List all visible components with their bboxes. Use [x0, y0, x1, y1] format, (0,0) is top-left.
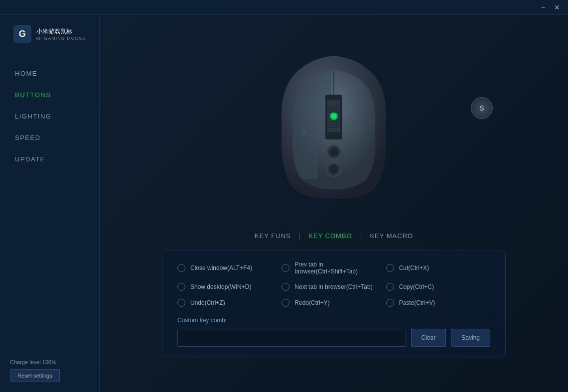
option-close-window[interactable]: Close window(ALT+F4) [177, 261, 282, 275]
title-bar: − ✕ [0, 0, 568, 15]
option-close-window-label: Close window(ALT+F4) [190, 264, 252, 271]
tab-key-macro[interactable]: KEY MACRO [362, 229, 421, 243]
sidebar-bottom: Charge level 100% Reset settings [0, 359, 99, 382]
option-copy-label: Copy(Ctrl+C) [399, 283, 434, 290]
svg-point-14 [329, 165, 338, 174]
option-copy[interactable]: Copy(Ctrl+C) [386, 283, 490, 291]
option-undo-label: Undo(Ctrl+Z) [190, 299, 225, 306]
logo-cn: 小米游戏鼠标 [36, 27, 86, 36]
side-button-s[interactable]: S [471, 97, 493, 119]
charge-level: Charge level 100% [10, 359, 89, 365]
sidebar-item-speed[interactable]: SPEED [0, 127, 99, 148]
radio-paste[interactable] [386, 299, 394, 307]
svg-point-12 [329, 147, 338, 156]
option-next-tab-label: Next tab in browser(Ctrl+Tab) [294, 283, 372, 290]
mouse-area: MI T S [100, 15, 568, 229]
radio-show-desktop[interactable] [177, 283, 185, 291]
tabs: KEY FUNS | KEY COMBO | KEY MACRO [247, 229, 421, 243]
close-button[interactable]: ✕ [550, 2, 564, 13]
option-redo-label: Redo(Ctrl+Y) [294, 299, 329, 306]
option-next-tab[interactable]: Next tab in browser(Ctrl+Tab) [282, 283, 386, 291]
sidebar-item-update[interactable]: UPDATE [0, 148, 99, 170]
custom-input-row: Clear Saving [177, 329, 490, 347]
radio-cut[interactable] [386, 264, 394, 272]
main-content: MI T S KEY FUNS | KEY COMBO | KEY MACRO … [100, 15, 568, 392]
radio-next-tab[interactable] [282, 283, 289, 291]
svg-text:MI: MI [301, 129, 307, 134]
logo-icon: G [13, 25, 31, 43]
options-panel: Close window(ALT+F4) Prev tab in browser… [162, 251, 506, 357]
custom-combo-input[interactable] [177, 329, 406, 347]
option-undo[interactable]: Undo(Ctrl+Z) [177, 299, 282, 307]
option-show-desktop-label: Show desktop(WIN+D) [190, 283, 251, 290]
reset-settings-button[interactable]: Reset settings [10, 369, 60, 382]
options-grid: Close window(ALT+F4) Prev tab in browser… [177, 261, 490, 307]
svg-point-4 [331, 114, 336, 119]
minimize-button[interactable]: − [536, 2, 550, 13]
clear-button[interactable]: Clear [411, 329, 446, 347]
sidebar-item-lighting[interactable]: LIGHTING [0, 106, 99, 127]
option-cut-label: Cut(Ctrl+X) [399, 264, 429, 271]
option-cut[interactable]: Cut(Ctrl+X) [386, 261, 490, 275]
radio-redo[interactable] [282, 299, 289, 307]
logo: G 小米游戏鼠标 MI GAMING MOUSE [13, 25, 86, 43]
saving-button[interactable]: Saving [451, 329, 490, 347]
option-prev-tab[interactable]: Prev tab in browser(Ctrl+Shift+Tab) [282, 261, 386, 275]
sidebar-item-home[interactable]: HOME [0, 63, 99, 84]
sidebar-item-buttons[interactable]: BUTTONS [0, 84, 99, 106]
radio-copy[interactable] [386, 283, 394, 291]
logo-text: 小米游戏鼠标 MI GAMING MOUSE [36, 27, 86, 41]
radio-prev-tab[interactable] [282, 264, 289, 272]
option-paste-label: Paste(Ctrl+V) [399, 299, 435, 306]
mouse-image: MI [267, 45, 401, 199]
sidebar: G 小米游戏鼠标 MI GAMING MOUSE HOME BUTTONS LI… [0, 15, 100, 392]
option-prev-tab-label: Prev tab in browser(Ctrl+Shift+Tab) [294, 261, 386, 275]
tab-key-combo[interactable]: KEY COMBO [300, 229, 360, 243]
custom-combo-section: Custom key combi Clear Saving [177, 317, 490, 347]
tab-key-funs[interactable]: KEY FUNS [247, 229, 299, 243]
option-redo[interactable]: Redo(Ctrl+Y) [282, 299, 386, 307]
logo-en: MI GAMING MOUSE [36, 36, 86, 41]
radio-undo[interactable] [177, 299, 185, 307]
radio-close-window[interactable] [177, 264, 185, 272]
option-paste[interactable]: Paste(Ctrl+V) [386, 299, 490, 307]
option-show-desktop[interactable]: Show desktop(WIN+D) [177, 283, 282, 291]
custom-combo-label: Custom key combi [177, 317, 490, 324]
